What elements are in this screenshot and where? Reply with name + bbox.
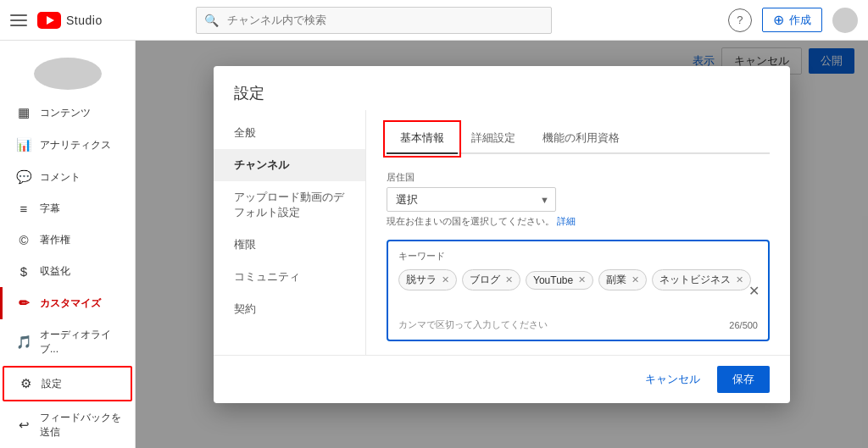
modal-cancel-button[interactable]: キャンセル [638, 367, 707, 392]
youtube-logo-icon [37, 12, 61, 29]
sidebar-label-content: コンテンツ [40, 106, 91, 120]
sidebar-label-comments: コメント [40, 170, 81, 185]
sidebar-item-content[interactable]: ▦ コンテンツ [0, 97, 135, 129]
audio-icon: 🎵 [16, 335, 31, 350]
sidebar-label-copyright: 著作権 [40, 233, 70, 247]
keywords-footer: カンマで区切って入力してください 26/500 [398, 318, 758, 331]
tag-blog-text: ブログ [470, 273, 500, 287]
tab-basic[interactable]: 基本情報 [387, 124, 458, 154]
header: Studio 🔍 ? ⊕ 作成 [0, 0, 868, 41]
menu-icon[interactable] [10, 14, 27, 26]
analytics-icon: 📊 [16, 137, 31, 152]
avatar[interactable] [832, 8, 858, 33]
sidebar: ▦ コンテンツ 📊 アナリティクス 💬 コメント ≡ 字幕 © 著作権 $ 収益… [0, 41, 136, 448]
sidebar-label-monetization: 収益化 [40, 264, 70, 279]
tag-desalary: 脱サラ ✕ [398, 269, 457, 290]
sidebar-item-copyright[interactable]: © 著作権 [0, 224, 135, 256]
modal-sidebar-upload-defaults[interactable]: アップロード動画のデフォルト設定 [214, 181, 365, 229]
tag-netbiz-text: ネットビジネス [659, 273, 731, 287]
customize-icon: ✏ [16, 296, 31, 311]
modal-title: 設定 [214, 66, 790, 110]
sidebar-item-subtitles[interactable]: ≡ 字幕 [0, 193, 135, 224]
settings-icon: ⚙ [18, 376, 33, 391]
sidebar-label-customize: カスタマイズ [40, 296, 101, 311]
char-count: 26/500 [729, 320, 758, 330]
help-button[interactable]: ? [728, 8, 752, 32]
create-plus-icon: ⊕ [773, 12, 784, 28]
search-input[interactable] [196, 7, 552, 34]
subtitles-icon: ≡ [16, 202, 31, 216]
modal-sidebar-permissions[interactable]: 権限 [214, 229, 365, 261]
keywords-tags: 脱サラ ✕ ブログ ✕ YouTube ✕ [398, 269, 758, 313]
header-right: ? ⊕ 作成 [728, 8, 858, 33]
tab-features[interactable]: 機能の利用資格 [529, 124, 633, 154]
clear-all-button[interactable]: ✕ [748, 283, 760, 299]
tab-advanced[interactable]: 詳細設定 [458, 124, 529, 154]
modal-footer: キャンセル 保存 [214, 355, 790, 403]
country-label: 居住国 [387, 171, 770, 184]
search-bar: 🔍 [196, 7, 552, 34]
tag-sidejob-close[interactable]: ✕ [632, 274, 639, 285]
tag-desalary-text: 脱サラ [406, 273, 437, 287]
modal-sidebar-community[interactable]: コミュニティ [214, 261, 365, 293]
sidebar-label-analytics: アナリティクス [40, 138, 111, 152]
modal-sidebar-general[interactable]: 全般 [214, 117, 365, 149]
tag-blog: ブログ ✕ [462, 269, 520, 290]
tag-netbiz-close[interactable]: ✕ [736, 274, 743, 285]
feedback-icon: ↩ [16, 418, 31, 433]
country-hint-text: 現在お住まいの国を選択してください。 [387, 216, 554, 226]
logo-area: Studio [37, 12, 103, 29]
modal-main-content: 基本情報 詳細設定 機能の利用資格 居住国 選択 ▼ [366, 110, 790, 355]
tag-youtube: YouTube ✕ [526, 271, 593, 290]
sidebar-item-customize[interactable]: ✏ カスタマイズ [0, 287, 135, 319]
monetization-icon: $ [16, 264, 31, 279]
modal-body: 全般 チャンネル アップロード動画のデフォルト設定 権限 コミュニティ 契約 基… [214, 110, 790, 355]
sidebar-label-feedback: フィードバックを送信 [40, 411, 121, 440]
settings-modal: 設定 全般 チャンネル アップロード動画のデフォルト設定 権限 コミュニティ 契… [214, 66, 790, 403]
sidebar-item-comments[interactable]: 💬 コメント [0, 161, 135, 193]
sidebar-label-settings: 設定 [42, 377, 62, 391]
country-select[interactable]: 選択 [387, 187, 556, 212]
modal-sidebar: 全般 チャンネル アップロード動画のデフォルト設定 権限 コミュニティ 契約 [214, 110, 366, 355]
create-label: 作成 [789, 13, 811, 28]
comments-icon: 💬 [16, 169, 31, 185]
modal-sidebar-channel[interactable]: チャンネル [214, 149, 365, 181]
copyright-icon: © [16, 233, 31, 247]
keywords-input[interactable] [398, 301, 449, 313]
studio-label: Studio [66, 14, 103, 27]
sidebar-label-subtitles: 字幕 [40, 202, 60, 216]
country-select-wrap: 選択 ▼ [387, 187, 556, 212]
tag-youtube-close[interactable]: ✕ [578, 274, 586, 285]
modal-save-button[interactable]: 保存 [717, 366, 770, 393]
sidebar-item-analytics[interactable]: 📊 アナリティクス [0, 129, 135, 161]
tag-netbiz: ネットビジネス ✕ [652, 269, 751, 290]
country-section: 居住国 選択 ▼ 現在お住まいの国を選択してください。 詳細 [387, 171, 770, 228]
country-hint: 現在お住まいの国を選択してください。 詳細 [387, 215, 770, 228]
sidebar-item-audio[interactable]: 🎵 オーディオライブ... [0, 319, 135, 365]
sidebar-item-monetization[interactable]: $ 収益化 [0, 256, 135, 287]
content-icon: ▦ [16, 105, 31, 120]
channel-avatar [34, 58, 102, 90]
sidebar-item-settings[interactable]: ⚙ 設定 [3, 366, 132, 401]
content-area: 表示 キャンセル 公開 設定 全般 チャンネル アップロード動画のデフォルト設定… [136, 41, 868, 448]
tag-youtube-text: YouTube [533, 274, 573, 286]
create-button[interactable]: ⊕ 作成 [762, 8, 822, 32]
sidebar-label-audio: オーディオライブ... [40, 328, 121, 357]
modal-sidebar-agreements[interactable]: 契約 [214, 293, 365, 325]
search-icon: 🔍 [204, 14, 219, 27]
main-layout: ▦ コンテンツ 📊 アナリティクス 💬 コメント ≡ 字幕 © 著作権 $ 収益… [0, 41, 868, 448]
keywords-box: キーワード 脱サラ ✕ ブログ ✕ [387, 240, 770, 341]
sidebar-item-feedback[interactable]: ↩ フィードバックを送信 [0, 402, 135, 448]
keywords-label: キーワード [398, 250, 758, 263]
country-hint-link[interactable]: 詳細 [557, 216, 576, 226]
tag-sidejob-text: 副業 [606, 273, 626, 287]
keywords-hint: カンマで区切って入力してください [398, 318, 548, 331]
tag-sidejob: 副業 ✕ [598, 269, 647, 290]
tabs: 基本情報 詳細設定 機能の利用資格 [387, 124, 770, 154]
modal-overlay: 設定 全般 チャンネル アップロード動画のデフォルト設定 権限 コミュニティ 契… [136, 41, 868, 448]
tag-desalary-close[interactable]: ✕ [442, 274, 449, 285]
tag-blog-close[interactable]: ✕ [505, 274, 513, 285]
